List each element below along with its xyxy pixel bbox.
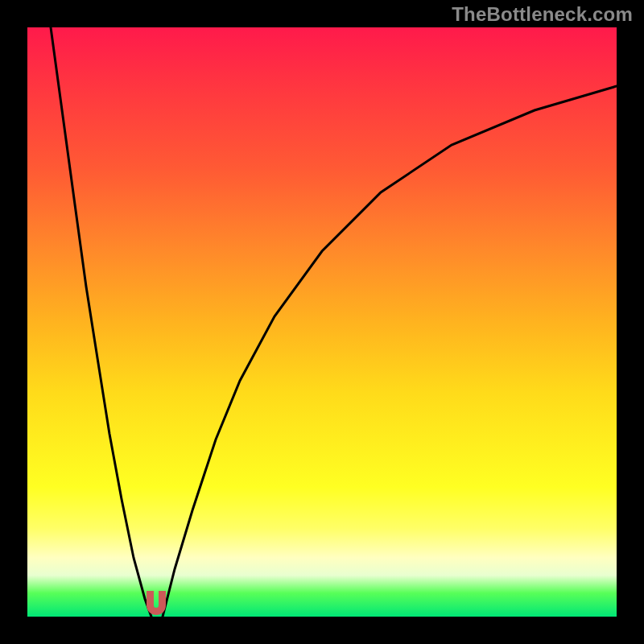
plot-area <box>27 27 617 617</box>
chart-frame: TheBottleneck.com <box>0 0 644 644</box>
watermark-text: TheBottleneck.com <box>452 5 633 24</box>
bottleneck-curve <box>27 27 617 617</box>
minimum-marker <box>147 591 166 615</box>
